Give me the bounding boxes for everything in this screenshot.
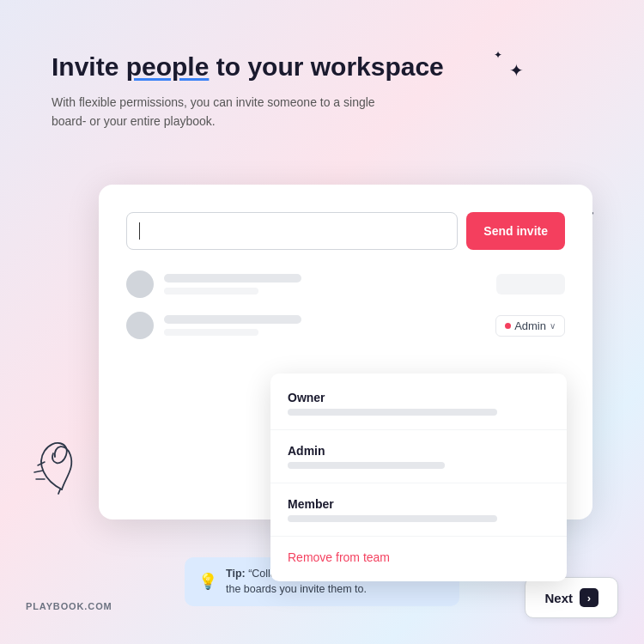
dropdown-divider-1 [270,429,567,430]
avatar-1 [126,270,154,298]
send-invite-button[interactable]: Send invite [466,212,565,250]
next-button[interactable]: Next › [525,577,618,618]
user-info-2 [164,315,485,336]
remove-from-team-item[interactable]: Remove from team [270,540,567,574]
lightbulb-icon: 💡 [198,572,217,591]
page-wrapper: ✦ ✦ Invite people to your workspace With… [0,0,644,644]
avatar-2 [126,312,154,339]
brand-logo: PLAYBOOK.COM [26,601,112,611]
role-placeholder-1 [496,274,565,295]
page-title: Invite people to your workspace [52,52,592,82]
user-email-placeholder-1 [164,288,258,295]
role-badge-admin[interactable]: Admin ∨ [495,315,565,337]
owner-label: Owner [288,391,550,404]
admin-desc [288,462,445,469]
user-name-placeholder-2 [164,315,301,324]
user-info-1 [164,274,486,295]
owner-desc [288,409,497,416]
mockup-card: Send invite Admin [99,185,592,519]
chevron-down-icon: ∨ [550,321,556,331]
subtitle-text: With flexible permissions, you can invit… [52,93,395,131]
user-row-1 [126,270,565,298]
header-section: Invite people to your workspace With fle… [52,52,592,131]
member-desc [288,515,497,522]
user-email-placeholder-2 [164,329,258,336]
user-name-placeholder-1 [164,274,301,283]
title-underlined: people [126,52,210,81]
role-dot-icon [505,323,511,329]
dropdown-item-owner[interactable]: Owner [270,380,567,426]
invite-row: Send invite [126,212,565,250]
doodle-left-icon [19,412,96,498]
dropdown-item-member[interactable]: Member [270,487,567,532]
user-row-2: Admin ∨ [126,312,565,339]
tip-label: Tip: [226,568,246,580]
next-label: Next [544,591,573,605]
dropdown-divider-3 [270,536,567,537]
member-label: Member [288,497,550,511]
dropdown-divider-2 [270,483,567,483]
email-input[interactable] [126,212,458,250]
role-label: Admin [514,319,546,332]
role-dropdown: Owner Admin Member Remove from team [270,374,567,581]
title-part2: to your workspace [209,52,443,81]
dropdown-item-admin[interactable]: Admin [270,434,567,479]
title-part1: Invite [52,52,126,81]
next-arrow-icon: › [580,588,598,607]
cursor-bar [139,222,140,240]
admin-label: Admin [288,444,550,458]
